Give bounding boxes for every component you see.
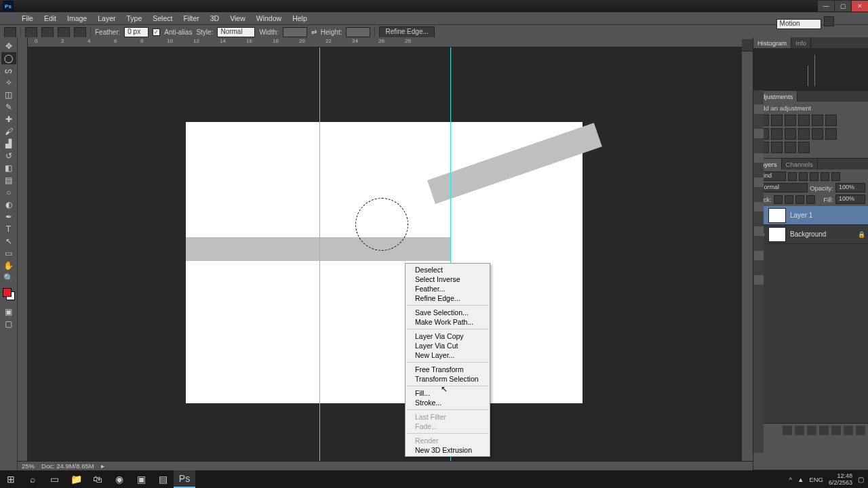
- ctx-new-layer[interactable]: New Layer...: [406, 350, 490, 360]
- feather-input[interactable]: 0 px: [124, 27, 149, 37]
- adj-icon[interactable]: [798, 142, 810, 153]
- ctx-feather[interactable]: Feather...: [406, 284, 490, 293]
- layer-thumb[interactable]: [768, 208, 786, 223]
- layer-mask-icon[interactable]: [807, 426, 816, 435]
- tab-channels[interactable]: Channels: [782, 159, 818, 169]
- refine-edge-button[interactable]: Refine Edge...: [379, 26, 434, 38]
- adj-icon[interactable]: [798, 128, 810, 140]
- lasso-tool[interactable]: ᔕ: [1, 64, 16, 77]
- stamp-tool[interactable]: ▟: [1, 138, 16, 150]
- adjustment-layer-icon[interactable]: [819, 426, 829, 435]
- adj-icon[interactable]: [771, 115, 783, 126]
- filter-smart-icon[interactable]: [831, 172, 840, 181]
- opacity-input[interactable]: 100%: [835, 183, 865, 192]
- layer-group-icon[interactable]: [831, 426, 841, 435]
- menu-filter[interactable]: Filter: [178, 13, 204, 24]
- tray-clock[interactable]: 12:48 6/2/2563: [829, 472, 852, 486]
- filter-shape-icon[interactable]: [821, 172, 829, 181]
- strip-icon[interactable]: [754, 153, 764, 163]
- filter-adj-icon[interactable]: [799, 172, 808, 181]
- layer-item[interactable]: Background🔒: [753, 225, 868, 244]
- eyedropper-tool[interactable]: ✎: [1, 101, 16, 113]
- minimize-button[interactable]: —: [818, 1, 834, 12]
- notifications-icon[interactable]: ▢: [858, 476, 864, 483]
- layer-item[interactable]: Layer 1: [753, 206, 868, 225]
- filter-pixel-icon[interactable]: [788, 172, 797, 181]
- strip-icon[interactable]: [754, 129, 764, 138]
- menu-view[interactable]: View: [224, 13, 251, 24]
- menu-3d[interactable]: 3D: [205, 13, 224, 24]
- strip-icon[interactable]: [754, 202, 764, 211]
- intersect-selection-icon[interactable]: [74, 27, 86, 38]
- shape-tool[interactable]: ▭: [1, 247, 16, 260]
- adj-icon[interactable]: [771, 142, 783, 153]
- layer-thumb[interactable]: [768, 227, 786, 242]
- fill-input[interactable]: 100%: [835, 195, 865, 204]
- maximize-button[interactable]: ▢: [835, 1, 851, 12]
- style-select[interactable]: Normal: [217, 27, 255, 37]
- app-icon[interactable]: ▣: [130, 470, 152, 488]
- healing-tool[interactable]: ✚: [1, 113, 16, 125]
- adj-icon[interactable]: [825, 128, 837, 140]
- lock-pixels-icon[interactable]: [785, 195, 793, 204]
- delete-layer-icon[interactable]: [856, 426, 865, 435]
- gradient-tool[interactable]: ▤: [1, 174, 16, 186]
- hand-tool[interactable]: ✋: [1, 260, 16, 272]
- ctx-layer-via-cut[interactable]: Layer Via Cut: [406, 341, 490, 350]
- antialias-checkbox[interactable]: ✓: [153, 28, 160, 36]
- wand-tool[interactable]: ✧: [1, 77, 16, 89]
- app-icon[interactable]: ▤: [152, 470, 174, 488]
- ctx-save-selection[interactable]: Save Selection...: [406, 308, 490, 317]
- eraser-tool[interactable]: ◧: [1, 162, 16, 174]
- zoom-level[interactable]: 25%: [22, 462, 35, 470]
- path-tool[interactable]: ↖: [1, 235, 16, 247]
- foreground-color[interactable]: [3, 288, 12, 297]
- adj-icon[interactable]: [785, 115, 796, 126]
- move-tool[interactable]: ✥: [1, 40, 16, 52]
- type-tool[interactable]: T: [1, 223, 16, 235]
- tray-chevron-icon[interactable]: ^: [789, 476, 791, 483]
- strip-icon[interactable]: [754, 275, 764, 285]
- ctx-new-d-extrusion[interactable]: New 3D Extrusion: [406, 445, 490, 455]
- guide-vertical[interactable]: [319, 47, 320, 470]
- adj-icon[interactable]: [785, 142, 796, 153]
- quickmask-tool[interactable]: ▣: [1, 306, 16, 318]
- crop-tool[interactable]: ◫: [1, 89, 16, 101]
- tool-preset-icon[interactable]: [4, 27, 16, 38]
- tab-info[interactable]: Info: [791, 37, 811, 48]
- menu-layer[interactable]: Layer: [92, 13, 121, 24]
- status-arrow-icon[interactable]: ▸: [101, 462, 104, 470]
- lock-transparency-icon[interactable]: [774, 195, 783, 204]
- lock-all-icon[interactable]: [806, 195, 815, 204]
- chrome-icon[interactable]: ◉: [108, 470, 130, 488]
- ctx-layer-via-copy[interactable]: Layer Via Copy: [406, 331, 490, 341]
- subtract-selection-icon[interactable]: [58, 27, 70, 38]
- explorer-icon[interactable]: 📁: [65, 470, 87, 488]
- menu-select[interactable]: Select: [147, 13, 178, 24]
- menu-window[interactable]: Window: [251, 13, 287, 24]
- adj-icon[interactable]: [785, 128, 796, 140]
- strip-icon[interactable]: [754, 251, 764, 260]
- menu-image[interactable]: Image: [62, 13, 92, 24]
- menu-edit[interactable]: Edit: [39, 13, 62, 24]
- blur-tool[interactable]: ○: [1, 186, 16, 199]
- adj-icon[interactable]: [771, 128, 783, 140]
- taskview-button[interactable]: ▭: [43, 470, 65, 488]
- new-selection-icon[interactable]: [25, 27, 37, 38]
- ctx-select-inverse[interactable]: Select Inverse: [406, 274, 490, 284]
- lock-position-icon[interactable]: [795, 195, 804, 204]
- ctx-free-transform[interactable]: Free Transform: [406, 365, 490, 374]
- menu-type[interactable]: Type: [121, 13, 147, 24]
- tray-lang[interactable]: ENG: [809, 476, 823, 483]
- close-button[interactable]: ✕: [852, 1, 868, 12]
- workspace-menu-icon[interactable]: [824, 16, 834, 26]
- color-swatch[interactable]: [3, 288, 15, 300]
- strip-icon[interactable]: [754, 178, 764, 187]
- adj-icon[interactable]: [798, 115, 810, 126]
- history-brush-tool[interactable]: ↺: [1, 150, 16, 162]
- ctx-transform-selection[interactable]: Transform Selection: [406, 374, 490, 384]
- layer-fx-icon[interactable]: [795, 426, 804, 435]
- ctx-refine-edge[interactable]: Refine Edge...: [406, 293, 490, 303]
- start-button[interactable]: ⊞: [0, 470, 22, 488]
- dodge-tool[interactable]: ◐: [1, 199, 16, 211]
